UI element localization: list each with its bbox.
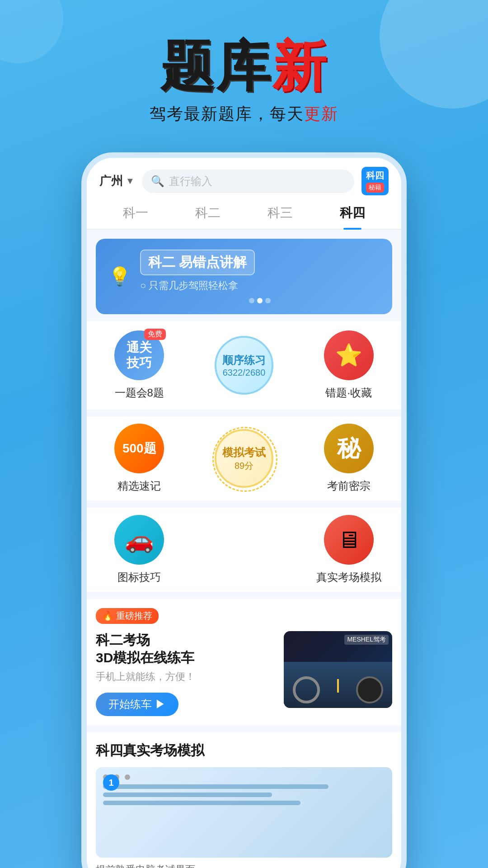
banner-subtitle-text: 只需几步驾照轻松拿 — [149, 280, 238, 291]
speedometer-icon — [356, 676, 383, 703]
meshel-label: MESHEL驾考 — [344, 635, 389, 645]
grid-row-1: 通关技巧 免费 一题会8题 顺序练习 6322/2680 ⭐ — [87, 321, 401, 409]
hero-title: 题库新 — [0, 36, 488, 96]
label-500: 精选速记 — [117, 479, 161, 493]
recommend-section: 🔥 重磅推荐 科二考场 3D模拟在线练车 手机上就能练，方便！ 开始练车 ▶ — [87, 599, 401, 725]
grid-item-mi[interactable]: 秘 考前密宗 — [305, 424, 393, 493]
city-dropdown-icon: ▼ — [126, 176, 135, 186]
hero-subtitle: 驾考最新题库，每天更新 — [0, 103, 488, 125]
tab-ke1[interactable]: 科一 — [123, 204, 148, 229]
grid-row-2: 500题 精选速记 模拟考试 89分 秘 考前密宗 — [87, 416, 401, 500]
icon-mi: 秘 — [324, 424, 374, 473]
screen-top-bar — [103, 774, 385, 780]
city-name: 广州 — [99, 173, 123, 189]
error-label: 错题·收藏 — [325, 386, 372, 400]
banner-content: 科二 易错点讲解 ○ 只需几步驾照轻松拿 — [140, 250, 380, 303]
icon-tubiao-symbol: 🚗 — [125, 526, 154, 554]
search-placeholder: 直行输入 — [169, 174, 212, 189]
grid-item-tubiao[interactable]: 🚗 图标技巧 — [96, 515, 183, 585]
tonguan-icon: 通关技巧 免费 — [114, 330, 164, 380]
banner[interactable]: 💡 科二 易错点讲解 ○ 只需几步驾照轻松拿 — [96, 239, 392, 314]
screen-dot-3 — [125, 774, 130, 780]
ke4-badge-label: 科四 — [366, 170, 384, 182]
grid-item-error[interactable]: ⭐ 错题·收藏 — [305, 330, 393, 400]
icon-500-text: 500题 — [122, 440, 156, 457]
label-mi: 考前密宗 — [327, 479, 371, 493]
shunxu-circle: 顺序练习 6322/2680 — [215, 336, 273, 395]
shunxu-count: 6322/2680 — [223, 368, 266, 378]
tonguan-label: 一题会8题 — [115, 386, 164, 400]
moni-circle: 模拟考试 89分 — [215, 429, 273, 488]
banner-dot-1 — [249, 298, 254, 303]
screen-preview: 1 — [96, 767, 392, 858]
search-bar[interactable]: 🔍 直行输入 — [142, 170, 354, 193]
grid-item-500[interactable]: 500题 精选速记 — [96, 424, 183, 493]
recommend-title-1: 科二考场 — [96, 631, 275, 649]
shunxu-title: 顺序练习 — [222, 353, 266, 368]
screen-line-2 — [103, 793, 272, 797]
icon-monitor-symbol: 🖥 — [337, 526, 361, 553]
recommend-tag-text: 🔥 重磅推荐 — [102, 610, 152, 622]
tab-ke2[interactable]: 科二 — [195, 204, 221, 229]
ke4-badge-sub: 秘籍 — [366, 183, 384, 193]
phone-mockup: 广州 ▼ 🔍 直行输入 科四 秘籍 科一 科二 — [81, 152, 407, 868]
banner-subtitle-dot: ○ — [140, 280, 149, 291]
icon-mi-text: 秘 — [337, 433, 361, 464]
section-4-image: 1 — [96, 767, 392, 858]
tab-ke4[interactable]: 科四 — [340, 204, 365, 229]
section-4-title: 科四真实考场模拟 — [96, 741, 392, 760]
hero-subtitle-red: 更新 — [304, 104, 338, 123]
recommend-image: MESHEL驾考 — [284, 631, 392, 708]
section-4-desc: 提前熟悉电脑考试界面 — [96, 863, 392, 868]
error-icon: ⭐ — [324, 330, 374, 380]
screen-text-lines — [103, 784, 385, 805]
city-selector[interactable]: 广州 ▼ — [99, 173, 135, 189]
hero-subtitle-text: 驾考最新题库，每天 — [150, 104, 304, 123]
grid-item-realexam[interactable]: 🖥 真实考场模拟 — [305, 515, 393, 585]
screen-line-1 — [103, 784, 328, 789]
recommend-subtitle: 手机上就能练，方便！ — [96, 670, 275, 684]
dashboard-road-lines — [337, 679, 339, 693]
error-icon-symbol: ⭐ — [335, 343, 362, 368]
search-icon: 🔍 — [151, 175, 164, 188]
grid-item-shunxu[interactable]: 顺序练习 6322/2680 — [192, 336, 296, 395]
phone-wrapper: 广州 ▼ 🔍 直行输入 科四 秘籍 科一 科二 — [0, 152, 488, 868]
screen-line-3 — [103, 801, 300, 805]
phone-topbar: 广州 ▼ 🔍 直行输入 科四 秘籍 — [87, 158, 401, 195]
label-tubiao: 图标技巧 — [117, 570, 161, 585]
steering-wheel-icon — [293, 676, 320, 703]
grid-row-3: 🚗 图标技巧 🖥 真实考场模拟 — [87, 508, 401, 592]
grid-item-tonguan[interactable]: 通关技巧 免费 一题会8题 — [96, 330, 183, 400]
hero-title-black: 题库 — [160, 36, 272, 96]
icon-tubiao: 🚗 — [114, 515, 164, 565]
recommend-tag: 🔥 重磅推荐 — [96, 608, 159, 624]
banner-dot-2 — [257, 298, 263, 303]
recommend-start-button[interactable]: 开始练车 ▶ — [96, 693, 178, 716]
recommend-btn-text: 开始练车 ▶ — [108, 697, 166, 712]
tab-bar: 科一 科二 科三 科四 — [87, 195, 401, 230]
phone-inner: 广州 ▼ 🔍 直行输入 科四 秘籍 科一 科二 — [87, 158, 401, 868]
free-badge: 免费 — [144, 329, 166, 340]
section-4: 科四真实考场模拟 1 — [87, 732, 401, 868]
recommend-content: 科二考场 3D模拟在线练车 手机上就能练，方便！ 开始练车 ▶ MESHEL驾考 — [96, 631, 392, 716]
recommend-text-block: 科二考场 3D模拟在线练车 手机上就能练，方便！ 开始练车 ▶ — [96, 631, 275, 716]
car-dashboard: MESHEL驾考 — [284, 631, 392, 708]
hero-section: 题库新 驾考最新题库，每天更新 — [0, 0, 488, 143]
banner-title: 科二 易错点讲解 — [140, 250, 255, 275]
grid-item-moni[interactable]: 模拟考试 89分 — [192, 429, 296, 488]
hero-title-red: 新 — [272, 36, 328, 96]
banner-subtitle: ○ 只需几步驾照轻松拿 — [140, 279, 380, 292]
icon-500: 500题 — [114, 424, 164, 473]
banner-dots — [140, 298, 380, 303]
banner-dot-3 — [265, 298, 271, 303]
banner-bulb-icon: 💡 — [108, 266, 131, 287]
moni-score: 89分 — [235, 460, 253, 472]
tonguan-icon-text: 通关技巧 — [127, 340, 152, 370]
ke4-badge[interactable]: 科四 秘籍 — [361, 167, 389, 195]
tab-ke3[interactable]: 科三 — [267, 204, 293, 229]
label-realexam: 真实考场模拟 — [316, 570, 381, 585]
icon-monitor: 🖥 — [324, 515, 374, 565]
recommend-title-2: 3D模拟在线练车 — [96, 649, 275, 666]
step-number: 1 — [103, 774, 119, 791]
moni-title: 模拟考试 — [222, 445, 266, 460]
